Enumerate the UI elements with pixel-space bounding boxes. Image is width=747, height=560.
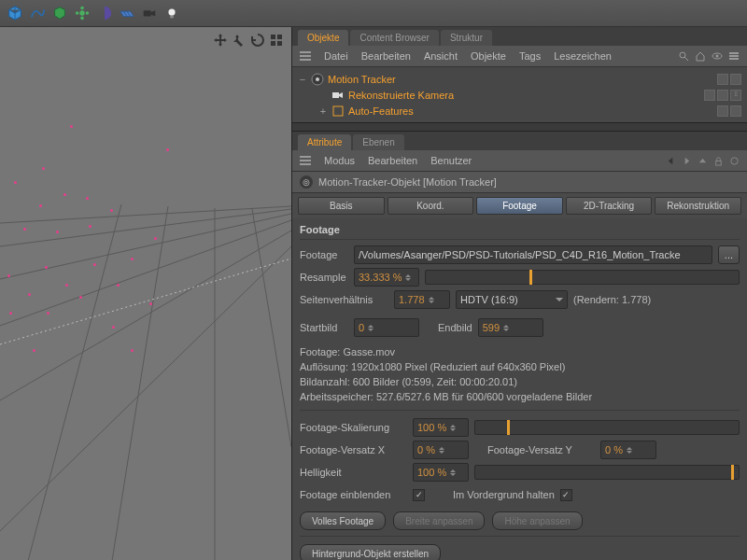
endbild-field[interactable]: 599	[478, 318, 543, 337]
render-flag[interactable]	[730, 74, 741, 85]
camera-icon[interactable]	[140, 4, 159, 22]
fit-height-button[interactable]: Höhe anpassen	[492, 511, 582, 530]
nav-back-icon[interactable]	[666, 156, 676, 166]
eye-icon[interactable]	[712, 50, 723, 62]
tree-label: Auto-Features	[348, 105, 414, 117]
offy-field[interactable]: 0 %	[600, 441, 656, 459]
tab-content-browser[interactable]: Content Browser	[350, 30, 438, 46]
spline-icon[interactable]	[28, 4, 47, 22]
svg-rect-34	[332, 92, 339, 98]
vp-move-icon[interactable]	[213, 33, 228, 48]
vp-zoom-icon[interactable]	[232, 33, 247, 48]
new-icon[interactable]	[729, 156, 740, 166]
lock-icon[interactable]	[713, 156, 724, 166]
full-footage-button[interactable]: Volles Footage	[300, 511, 386, 530]
tab-objekte[interactable]: Objekte	[298, 30, 348, 46]
tab-attribute[interactable]: Attribute	[298, 134, 351, 150]
show-footage-label: Footage einblenden	[300, 489, 407, 500]
attr-menubar: Modus Bearbeiten Benutzer	[292, 150, 747, 172]
footage-info-mem: Arbeitsspeicher: 527.6/527.6 MB für 600/…	[300, 389, 740, 404]
menu-objekte[interactable]: Objekte	[471, 50, 506, 62]
svg-point-37	[731, 157, 738, 163]
light-icon[interactable]	[162, 4, 181, 22]
tag-icon[interactable]: ⠿	[730, 90, 741, 101]
svg-line-12	[0, 214, 291, 279]
generator-icon[interactable]	[73, 4, 92, 22]
menu-modus[interactable]: Modus	[324, 155, 355, 166]
nav-up-icon[interactable]	[698, 156, 708, 166]
menu-lesezeichen[interactable]: Lesezeichen	[554, 50, 612, 62]
tab-struktur[interactable]: Struktur	[441, 30, 492, 46]
attr-subtabs: Basis Koord. Footage 2D-Tracking Rekonst…	[292, 193, 747, 218]
resample-field[interactable]: 33.333 %	[354, 268, 419, 287]
svg-rect-29	[729, 52, 739, 54]
show-footage-checkbox[interactable]: ✓	[413, 489, 425, 501]
menu-benutzer[interactable]: Benutzer	[430, 155, 472, 166]
vp-layout-icon[interactable]	[269, 33, 284, 48]
motion-tracker-icon	[311, 73, 324, 86]
tab-ebenen[interactable]: Ebenen	[353, 134, 403, 150]
svg-line-20	[0, 259, 291, 344]
visibility-flag[interactable]	[717, 74, 728, 85]
subtab-rekonstruktion[interactable]: Rekonstruktion	[655, 197, 741, 215]
create-bg-object-button[interactable]: Hintergrund-Objekt erstellen	[300, 544, 441, 560]
startbild-field[interactable]: 0	[354, 318, 419, 337]
vp-rotate-icon[interactable]	[250, 33, 265, 48]
scale-field[interactable]: 100 %	[413, 418, 469, 437]
null-icon	[331, 105, 345, 118]
menu-bearbeiten[interactable]: Bearbeiten	[361, 50, 411, 62]
startbild-label: Startbild	[300, 322, 348, 333]
offx-field[interactable]: 0 %	[413, 441, 469, 459]
search-icon[interactable]	[678, 50, 689, 62]
render-flag[interactable]	[717, 90, 728, 101]
scale-slider[interactable]	[474, 420, 740, 435]
foreground-checkbox[interactable]: ✓	[560, 489, 572, 501]
nav-fwd-icon[interactable]	[682, 156, 692, 166]
panel-divider[interactable]	[292, 122, 747, 132]
render-flag[interactable]	[730, 105, 741, 117]
viewport[interactable]	[0, 27, 292, 560]
bright-field[interactable]: 100 %	[413, 463, 469, 482]
footage-path-field[interactable]: /Volumes/Asanger/PSD/PSD-Tutorials/PSD_C…	[354, 245, 712, 264]
browse-button[interactable]: ...	[718, 245, 740, 264]
list-icon[interactable]	[728, 50, 740, 62]
cube-icon[interactable]	[6, 4, 24, 22]
tree-collapse-icon[interactable]: −	[298, 74, 307, 85]
render-aspect-label: (Rendern: 1.778)	[573, 294, 651, 305]
svg-rect-22	[277, 35, 282, 39]
svg-rect-31	[729, 58, 739, 60]
home-icon[interactable]	[695, 50, 706, 62]
bright-slider[interactable]	[474, 465, 740, 480]
section-title: Footage	[300, 220, 740, 240]
tree-camera[interactable]: Rekonstruierte Kamera ⠿	[298, 87, 741, 103]
subtab-koord[interactable]: Koord.	[388, 197, 474, 215]
visibility-flag[interactable]	[704, 90, 715, 101]
visibility-flag[interactable]	[717, 105, 728, 117]
offy-label: Footage-Versatz Y	[487, 444, 595, 455]
tree-auto-features[interactable]: + Auto-Features	[298, 103, 741, 119]
tree-motion-tracker[interactable]: − Motion Tracker	[298, 71, 741, 87]
floor-icon[interactable]	[118, 4, 136, 22]
aspect-preset-dropdown[interactable]: HDTV (16:9)	[456, 290, 568, 309]
object-tree[interactable]: − Motion Tracker Rekonstruierte Kamera ⠿…	[292, 67, 747, 122]
subtab-2d-tracking[interactable]: 2D-Tracking	[566, 197, 653, 215]
aspect-field[interactable]: 1.778	[394, 290, 450, 309]
subtab-footage[interactable]: Footage	[476, 197, 563, 215]
menu-datei[interactable]: Datei	[324, 50, 348, 62]
menu-ansicht[interactable]: Ansicht	[424, 50, 458, 62]
menu-bearbeiten[interactable]: Bearbeiten	[368, 155, 417, 166]
offx-label: Footage-Versatz X	[300, 444, 407, 455]
panel-menu-icon[interactable]	[300, 155, 311, 166]
tree-expand-icon[interactable]: +	[318, 105, 328, 117]
subtab-basis[interactable]: Basis	[298, 197, 385, 215]
deformer-icon[interactable]	[95, 4, 114, 22]
svg-rect-9	[170, 16, 174, 19]
fit-width-button[interactable]: Breite anpassen	[393, 511, 485, 530]
panel-menu-icon[interactable]	[300, 50, 311, 62]
camera-icon	[331, 89, 345, 102]
svg-point-1	[80, 7, 84, 10]
svg-rect-23	[271, 41, 275, 46]
menu-tags[interactable]: Tags	[519, 50, 541, 62]
resample-slider[interactable]	[425, 270, 740, 285]
group-icon[interactable]	[50, 4, 69, 22]
